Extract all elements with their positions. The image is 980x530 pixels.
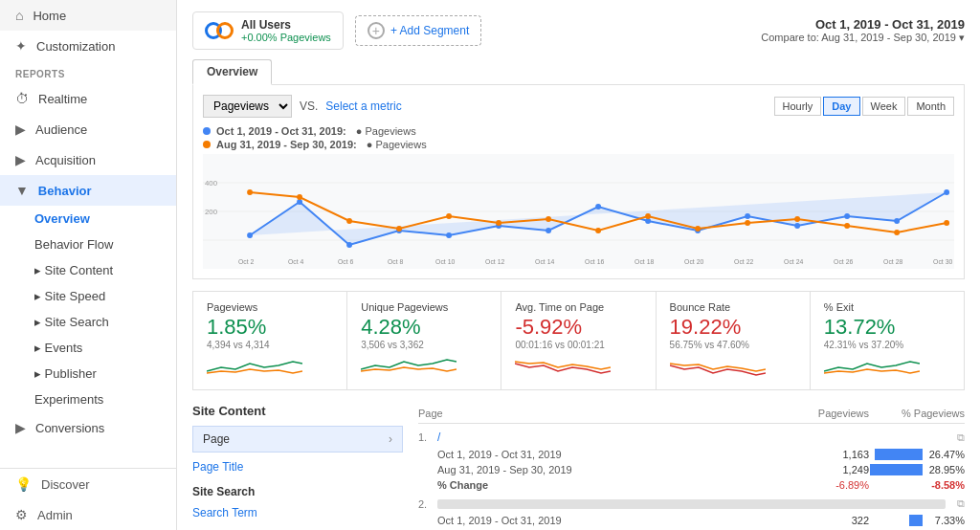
- sub-val-1-2: 1,249: [792, 464, 869, 475]
- svg-point-13: [546, 228, 551, 233]
- svg-text:Oct 16: Oct 16: [585, 258, 604, 265]
- add-segment-icon: +: [368, 22, 385, 39]
- metric-select[interactable]: Pageviews: [203, 95, 292, 118]
- page-link[interactable]: Page ›: [192, 426, 403, 453]
- all-users-badge[interactable]: All Users +0.00% Pageviews: [192, 11, 344, 50]
- time-buttons: Hourly Day Week Month: [774, 97, 954, 116]
- main-date: Oct 1, 2019 - Oct 31, 2019: [761, 17, 965, 32]
- svg-text:Oct 18: Oct 18: [635, 258, 654, 265]
- page-arrow-icon: ›: [389, 432, 392, 446]
- stat-avg-time-sub: 00:01:16 vs 00:01:21: [515, 340, 641, 350]
- sidebar-home-label: Home: [33, 9, 66, 23]
- svg-point-25: [396, 226, 402, 232]
- discover-icon: 💡: [15, 476, 32, 492]
- sidebar-customization-label: Customization: [36, 39, 115, 54]
- svg-point-18: [794, 223, 800, 229]
- week-btn[interactable]: Week: [862, 97, 906, 116]
- stat-unique-pv-label: Unique Pageviews: [361, 301, 487, 313]
- stat-unique-pv-value: 4.28%: [361, 315, 487, 340]
- acquisition-icon: ▶: [15, 152, 26, 167]
- col-pct-header: % Pageviews: [869, 408, 965, 419]
- month-btn[interactable]: Month: [907, 97, 954, 116]
- col-pv-header: Pageviews: [792, 408, 869, 419]
- sparkline-avgtime: [515, 354, 611, 377]
- realtime-label: Realtime: [38, 92, 87, 106]
- search-term-link[interactable]: Search Term: [192, 502, 403, 523]
- svg-text:Oct 4: Oct 4: [288, 258, 304, 265]
- svg-text:Oct 10: Oct 10: [435, 258, 455, 265]
- sidebar-sub-site-content[interactable]: ▸ Site Content: [0, 257, 176, 283]
- sub-bar-2-1: [909, 515, 923, 526]
- sidebar-item-admin[interactable]: ⚙ Admin: [0, 499, 176, 530]
- svg-point-7: [247, 232, 253, 238]
- day-btn[interactable]: Day: [823, 97, 859, 116]
- acquisition-label: Acquisition: [35, 153, 96, 167]
- sidebar-sub-behavior-flow[interactable]: Behavior Flow: [0, 232, 176, 257]
- sidebar-sub-site-speed[interactable]: ▸ Site Speed: [0, 283, 176, 309]
- sidebar-item-realtime[interactable]: ⏱ Realtime: [0, 83, 176, 114]
- sidebar-item-acquisition[interactable]: ▶ Acquisition: [0, 144, 176, 175]
- sub-label-1-2: Aug 31, 2019 - Sep 30, 2019: [437, 464, 792, 475]
- stat-unique-pv-sub: 3,506 vs 3,362: [361, 340, 487, 350]
- svg-point-17: [745, 213, 750, 219]
- sidebar-item-behavior[interactable]: ▼ Behavior: [0, 175, 176, 206]
- svg-point-24: [346, 218, 352, 224]
- stat-bounce-sub: 56.75% vs 47.60%: [670, 340, 796, 350]
- row-num-2: 2.: [418, 498, 437, 510]
- discover-label: Discover: [41, 477, 90, 492]
- legend-type-orange: ● Pageviews: [367, 139, 427, 150]
- svg-point-9: [346, 242, 352, 248]
- svg-point-28: [546, 216, 551, 222]
- svg-point-34: [844, 223, 850, 229]
- bottom-section: Site Content Page › Page Title Site Sear…: [192, 404, 965, 530]
- row-share-icon-2[interactable]: ⧉: [946, 497, 965, 510]
- svg-point-30: [645, 213, 651, 219]
- sidebar-sub-site-search[interactable]: ▸ Site Search: [0, 309, 176, 335]
- row-link-2[interactable]: [437, 499, 946, 509]
- sidebar-item-home[interactable]: ⌂ Home: [0, 0, 176, 31]
- svg-point-14: [595, 204, 601, 210]
- svg-text:200: 200: [205, 208, 218, 216]
- all-users-sub: +0.00% Pageviews: [241, 32, 331, 43]
- chart-svg: 400 200: [203, 154, 954, 269]
- sub-bar-wrap-1-2: 28.95%: [869, 464, 965, 475]
- stat-avg-time-value: -5.92%: [515, 315, 641, 340]
- sidebar-item-discover[interactable]: 💡 Discover: [0, 469, 176, 499]
- header-bar: All Users +0.00% Pageviews + + Add Segme…: [192, 11, 965, 50]
- legend-dot-blue: [203, 127, 211, 135]
- sub-pct-2-1: 7.33%: [926, 515, 965, 526]
- page-title-link[interactable]: Page Title: [192, 456, 403, 477]
- stat-bounce-value: 19.22%: [670, 315, 796, 340]
- conversions-label: Conversions: [35, 421, 104, 435]
- svg-point-11: [446, 232, 452, 238]
- stat-bounce-label: Bounce Rate: [670, 301, 796, 313]
- sidebar-sub-experiments[interactable]: Experiments: [0, 386, 176, 412]
- row-share-icon-1[interactable]: ⧉: [946, 431, 965, 444]
- sidebar-item-customization[interactable]: ✦ Customization: [0, 31, 176, 61]
- date-range[interactable]: Oct 1, 2019 - Oct 31, 2019 Compare to: A…: [761, 17, 965, 44]
- svg-text:Oct 14: Oct 14: [535, 258, 554, 265]
- sub-bar-1-2: [870, 464, 923, 475]
- stat-bounce: Bounce Rate 19.22% 56.75% vs 47.60%: [657, 292, 811, 389]
- sidebar-sub-overview[interactable]: Overview: [0, 206, 176, 232]
- all-users-info: All Users +0.00% Pageviews: [241, 18, 331, 43]
- col-page-header: Page: [418, 408, 792, 419]
- all-users-icon: [205, 22, 234, 39]
- row-link-1[interactable]: /: [437, 431, 946, 444]
- add-segment-label: + Add Segment: [390, 24, 469, 37]
- add-segment-button[interactable]: + + Add Segment: [355, 15, 481, 46]
- sidebar-item-audience[interactable]: ▶ Audience: [0, 114, 176, 144]
- sidebar-sub-publisher[interactable]: ▸ Publisher: [0, 361, 176, 386]
- site-search-sub: Site Search: [192, 485, 403, 498]
- svg-point-20: [894, 218, 900, 224]
- overview-tab[interactable]: Overview: [192, 59, 272, 85]
- sidebar-sub-events[interactable]: ▸ Events: [0, 335, 176, 361]
- change-pct-1: -8.58%: [869, 479, 965, 491]
- hourly-btn[interactable]: Hourly: [774, 97, 822, 116]
- stat-pageviews: Pageviews 1.85% 4,394 vs 4,314: [193, 292, 347, 389]
- legend-item-orange: Aug 31, 2019 - Sep 30, 2019: ● Pageviews: [203, 139, 954, 150]
- sidebar-item-conversions[interactable]: ▶ Conversions: [0, 412, 176, 443]
- select-metric[interactable]: Select a metric: [325, 99, 401, 113]
- reports-section-label: REPORTS: [0, 61, 176, 83]
- table-header: Page Pageviews % Pageviews: [418, 404, 965, 424]
